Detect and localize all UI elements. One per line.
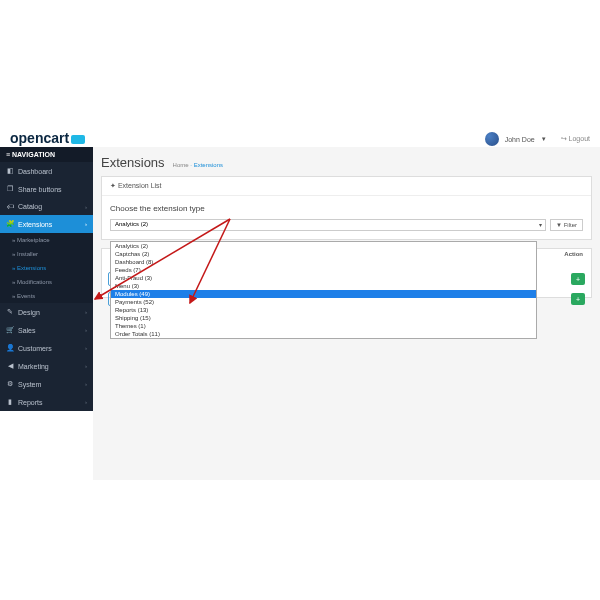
sidebar-sub-extensions[interactable]: » Extensions — [0, 261, 93, 275]
dropdown-option[interactable]: Captchas (2) — [111, 250, 536, 258]
nav-icon: ▮ — [6, 398, 14, 406]
nav-icon: ⚙ — [6, 380, 14, 388]
chevron-right-icon: › — [85, 399, 87, 405]
install-button[interactable]: + — [571, 293, 585, 305]
nav-icon: ◀ — [6, 362, 14, 370]
chevron-right-icon: › — [85, 381, 87, 387]
install-button[interactable]: + — [571, 273, 585, 285]
sidebar-item-reports[interactable]: ▮Reports› — [0, 393, 93, 411]
header-user: John Doe ▼ ↪ Logout — [485, 132, 590, 146]
user-name[interactable]: John Doe — [505, 136, 535, 143]
breadcrumb: Home · Extensions — [173, 162, 223, 168]
chevron-right-icon: › — [85, 221, 87, 227]
nav-icon: 🧩 — [6, 220, 14, 228]
dropdown-option[interactable]: Feeds (7) — [111, 266, 536, 274]
filter-button[interactable]: ▼ Filter — [550, 219, 583, 231]
dropdown-option[interactable]: Reports (13) — [111, 306, 536, 314]
dropdown-option[interactable]: Menu (3) — [111, 282, 536, 290]
avatar[interactable] — [485, 132, 499, 146]
sidebar-item-share-buttons[interactable]: ❐Share buttons — [0, 180, 93, 198]
sidebar-item-marketing[interactable]: ◀Marketing› — [0, 357, 93, 375]
extension-type-select[interactable]: Analytics (2) — [110, 219, 546, 231]
nav-icon: 🛒 — [6, 326, 14, 334]
sidebar-sub-events[interactable]: » Events — [0, 289, 93, 303]
page-title: Extensions — [101, 155, 165, 170]
caret-down-icon[interactable]: ▼ — [541, 136, 547, 142]
sidebar-item-system[interactable]: ⚙System› — [0, 375, 93, 393]
nav-icon: ❐ — [6, 185, 14, 193]
dropdown-option[interactable]: Dashboard (8) — [111, 258, 536, 266]
dropdown-option[interactable]: Modules (49) — [111, 290, 536, 298]
sidebar-item-extensions[interactable]: 🧩Extensions› — [0, 215, 93, 233]
dropdown-option[interactable]: Themes (1) — [111, 322, 536, 330]
sidebar-item-sales[interactable]: 🛒Sales› — [0, 321, 93, 339]
dropdown-option[interactable]: Analytics (2) — [111, 242, 536, 250]
chevron-right-icon: › — [85, 309, 87, 315]
dropdown-option[interactable]: Shipping (15) — [111, 314, 536, 322]
nav-icon: ✎ — [6, 308, 14, 316]
sidebar-item-catalog[interactable]: 🏷Catalog› — [0, 198, 93, 215]
choose-label: Choose the extension type — [110, 204, 583, 213]
chevron-right-icon: › — [85, 327, 87, 333]
nav-icon: 🏷 — [6, 203, 14, 210]
logout-link[interactable]: ↪ Logout — [561, 135, 590, 143]
sidebar-item-dashboard[interactable]: ◧Dashboard — [0, 162, 93, 180]
extension-list-panel: ✦ Extension List Choose the extension ty… — [101, 176, 592, 240]
chevron-right-icon: › — [85, 345, 87, 351]
action-column-header: Action — [564, 251, 583, 257]
logo: opencart — [10, 130, 85, 146]
sidebar: ≡ NAVIGATION ◧Dashboard❐Share buttons🏷Ca… — [0, 147, 93, 411]
cart-icon — [71, 135, 85, 144]
chevron-right-icon: › — [85, 363, 87, 369]
chevron-right-icon: › — [85, 204, 87, 210]
dropdown-option[interactable]: Order Totals (11) — [111, 330, 536, 338]
nav-icon: 👤 — [6, 344, 14, 352]
sidebar-sub-marketplace[interactable]: » Marketplace — [0, 233, 93, 247]
sidebar-item-design[interactable]: ✎Design› — [0, 303, 93, 321]
panel-header: ✦ Extension List — [102, 177, 591, 196]
dropdown-option[interactable]: Anti-Fraud (3) — [111, 274, 536, 282]
nav-icon: ◧ — [6, 167, 14, 175]
sidebar-sub-modifications[interactable]: » Modifications — [0, 275, 93, 289]
nav-header: ≡ NAVIGATION — [0, 147, 93, 162]
sidebar-item-customers[interactable]: 👤Customers› — [0, 339, 93, 357]
extension-type-dropdown: Analytics (2)Captchas (2)Dashboard (8)Fe… — [110, 241, 537, 339]
sidebar-sub-installer[interactable]: » Installer — [0, 247, 93, 261]
dropdown-option[interactable]: Payments (52) — [111, 298, 536, 306]
main-content: Extensions Home · Extensions ✦ Extension… — [93, 147, 600, 480]
